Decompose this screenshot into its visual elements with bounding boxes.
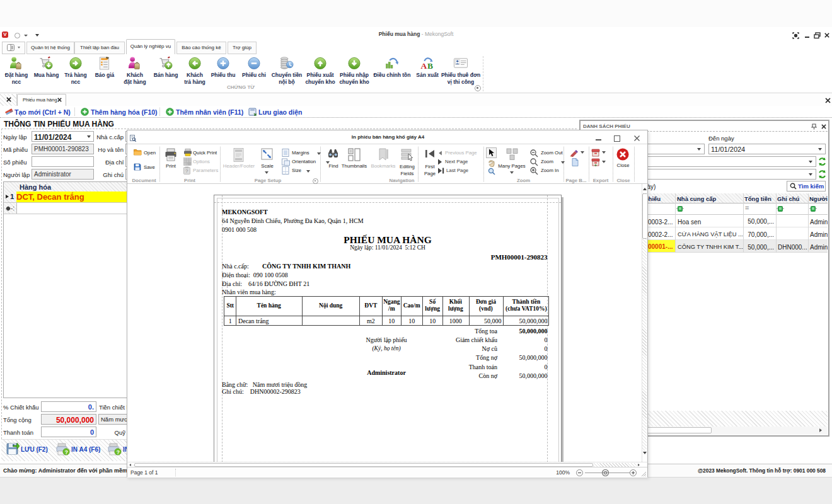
svg-text:?: ? <box>117 449 120 455</box>
svg-text:?: ? <box>65 449 68 455</box>
svg-text:A: A <box>420 61 427 71</box>
svg-text:B: B <box>427 61 433 71</box>
